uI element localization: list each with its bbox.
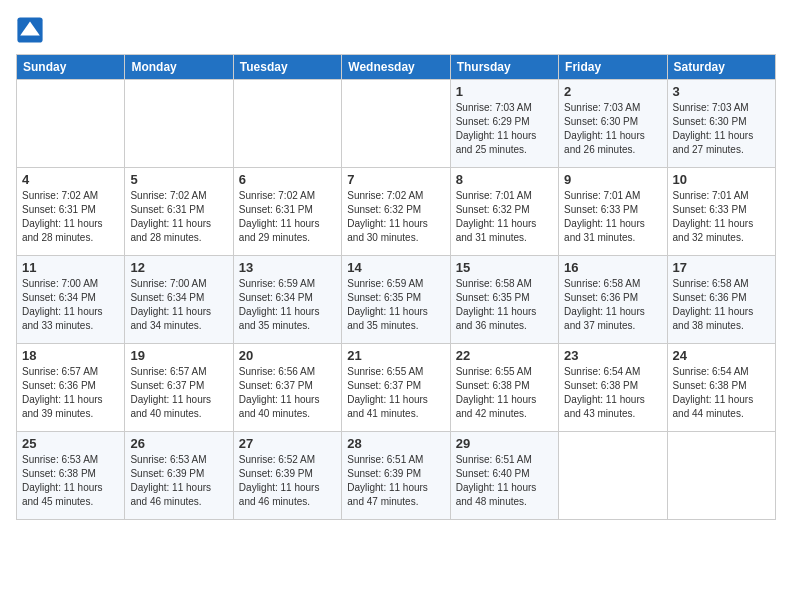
day-number: 1	[456, 84, 553, 99]
cell-info: Sunrise: 7:01 AM Sunset: 6:33 PM Dayligh…	[673, 189, 770, 245]
day-number: 21	[347, 348, 444, 363]
calendar-cell: 21Sunrise: 6:55 AM Sunset: 6:37 PM Dayli…	[342, 344, 450, 432]
calendar-week-1: 4Sunrise: 7:02 AM Sunset: 6:31 PM Daylig…	[17, 168, 776, 256]
calendar-header-row: SundayMondayTuesdayWednesdayThursdayFrid…	[17, 55, 776, 80]
day-number: 28	[347, 436, 444, 451]
calendar-cell: 27Sunrise: 6:52 AM Sunset: 6:39 PM Dayli…	[233, 432, 341, 520]
logo	[16, 16, 48, 44]
cell-info: Sunrise: 7:01 AM Sunset: 6:32 PM Dayligh…	[456, 189, 553, 245]
day-number: 24	[673, 348, 770, 363]
calendar-cell: 26Sunrise: 6:53 AM Sunset: 6:39 PM Dayli…	[125, 432, 233, 520]
cell-info: Sunrise: 7:02 AM Sunset: 6:31 PM Dayligh…	[22, 189, 119, 245]
calendar-cell: 9Sunrise: 7:01 AM Sunset: 6:33 PM Daylig…	[559, 168, 667, 256]
day-number: 6	[239, 172, 336, 187]
day-number: 10	[673, 172, 770, 187]
cell-info: Sunrise: 7:03 AM Sunset: 6:30 PM Dayligh…	[673, 101, 770, 157]
calendar-cell: 23Sunrise: 6:54 AM Sunset: 6:38 PM Dayli…	[559, 344, 667, 432]
calendar-cell: 24Sunrise: 6:54 AM Sunset: 6:38 PM Dayli…	[667, 344, 775, 432]
day-number: 16	[564, 260, 661, 275]
logo-icon	[16, 16, 44, 44]
cell-info: Sunrise: 7:02 AM Sunset: 6:32 PM Dayligh…	[347, 189, 444, 245]
day-header-monday: Monday	[125, 55, 233, 80]
day-number: 3	[673, 84, 770, 99]
cell-info: Sunrise: 7:00 AM Sunset: 6:34 PM Dayligh…	[22, 277, 119, 333]
calendar-cell: 8Sunrise: 7:01 AM Sunset: 6:32 PM Daylig…	[450, 168, 558, 256]
cell-info: Sunrise: 6:55 AM Sunset: 6:38 PM Dayligh…	[456, 365, 553, 421]
calendar-cell: 20Sunrise: 6:56 AM Sunset: 6:37 PM Dayli…	[233, 344, 341, 432]
calendar-cell: 28Sunrise: 6:51 AM Sunset: 6:39 PM Dayli…	[342, 432, 450, 520]
day-number: 13	[239, 260, 336, 275]
day-header-thursday: Thursday	[450, 55, 558, 80]
cell-info: Sunrise: 7:02 AM Sunset: 6:31 PM Dayligh…	[130, 189, 227, 245]
calendar-cell	[125, 80, 233, 168]
cell-info: Sunrise: 6:55 AM Sunset: 6:37 PM Dayligh…	[347, 365, 444, 421]
cell-info: Sunrise: 6:57 AM Sunset: 6:37 PM Dayligh…	[130, 365, 227, 421]
calendar-cell	[17, 80, 125, 168]
calendar-cell: 18Sunrise: 6:57 AM Sunset: 6:36 PM Dayli…	[17, 344, 125, 432]
day-number: 26	[130, 436, 227, 451]
calendar-week-3: 18Sunrise: 6:57 AM Sunset: 6:36 PM Dayli…	[17, 344, 776, 432]
day-header-tuesday: Tuesday	[233, 55, 341, 80]
calendar-cell: 1Sunrise: 7:03 AM Sunset: 6:29 PM Daylig…	[450, 80, 558, 168]
day-number: 8	[456, 172, 553, 187]
calendar-body: 1Sunrise: 7:03 AM Sunset: 6:29 PM Daylig…	[17, 80, 776, 520]
calendar-cell: 11Sunrise: 7:00 AM Sunset: 6:34 PM Dayli…	[17, 256, 125, 344]
day-number: 2	[564, 84, 661, 99]
cell-info: Sunrise: 6:53 AM Sunset: 6:38 PM Dayligh…	[22, 453, 119, 509]
cell-info: Sunrise: 7:03 AM Sunset: 6:30 PM Dayligh…	[564, 101, 661, 157]
cell-info: Sunrise: 6:54 AM Sunset: 6:38 PM Dayligh…	[564, 365, 661, 421]
calendar-cell	[233, 80, 341, 168]
calendar-cell	[559, 432, 667, 520]
calendar-cell: 15Sunrise: 6:58 AM Sunset: 6:35 PM Dayli…	[450, 256, 558, 344]
cell-info: Sunrise: 6:57 AM Sunset: 6:36 PM Dayligh…	[22, 365, 119, 421]
calendar-cell: 3Sunrise: 7:03 AM Sunset: 6:30 PM Daylig…	[667, 80, 775, 168]
calendar-cell: 4Sunrise: 7:02 AM Sunset: 6:31 PM Daylig…	[17, 168, 125, 256]
day-number: 29	[456, 436, 553, 451]
calendar-cell: 2Sunrise: 7:03 AM Sunset: 6:30 PM Daylig…	[559, 80, 667, 168]
page-header	[16, 16, 776, 44]
day-header-wednesday: Wednesday	[342, 55, 450, 80]
cell-info: Sunrise: 7:01 AM Sunset: 6:33 PM Dayligh…	[564, 189, 661, 245]
cell-info: Sunrise: 7:03 AM Sunset: 6:29 PM Dayligh…	[456, 101, 553, 157]
calendar-cell: 17Sunrise: 6:58 AM Sunset: 6:36 PM Dayli…	[667, 256, 775, 344]
cell-info: Sunrise: 6:59 AM Sunset: 6:35 PM Dayligh…	[347, 277, 444, 333]
calendar-week-0: 1Sunrise: 7:03 AM Sunset: 6:29 PM Daylig…	[17, 80, 776, 168]
day-number: 19	[130, 348, 227, 363]
cell-info: Sunrise: 6:56 AM Sunset: 6:37 PM Dayligh…	[239, 365, 336, 421]
cell-info: Sunrise: 6:52 AM Sunset: 6:39 PM Dayligh…	[239, 453, 336, 509]
calendar-cell	[342, 80, 450, 168]
calendar-cell: 10Sunrise: 7:01 AM Sunset: 6:33 PM Dayli…	[667, 168, 775, 256]
cell-info: Sunrise: 6:58 AM Sunset: 6:36 PM Dayligh…	[673, 277, 770, 333]
cell-info: Sunrise: 6:58 AM Sunset: 6:36 PM Dayligh…	[564, 277, 661, 333]
cell-info: Sunrise: 7:00 AM Sunset: 6:34 PM Dayligh…	[130, 277, 227, 333]
cell-info: Sunrise: 7:02 AM Sunset: 6:31 PM Dayligh…	[239, 189, 336, 245]
day-number: 20	[239, 348, 336, 363]
calendar-cell: 13Sunrise: 6:59 AM Sunset: 6:34 PM Dayli…	[233, 256, 341, 344]
day-number: 15	[456, 260, 553, 275]
day-number: 11	[22, 260, 119, 275]
day-number: 12	[130, 260, 227, 275]
day-number: 27	[239, 436, 336, 451]
calendar-cell: 16Sunrise: 6:58 AM Sunset: 6:36 PM Dayli…	[559, 256, 667, 344]
day-number: 25	[22, 436, 119, 451]
cell-info: Sunrise: 6:58 AM Sunset: 6:35 PM Dayligh…	[456, 277, 553, 333]
day-number: 9	[564, 172, 661, 187]
cell-info: Sunrise: 6:53 AM Sunset: 6:39 PM Dayligh…	[130, 453, 227, 509]
day-number: 23	[564, 348, 661, 363]
day-header-saturday: Saturday	[667, 55, 775, 80]
day-header-friday: Friday	[559, 55, 667, 80]
calendar-week-2: 11Sunrise: 7:00 AM Sunset: 6:34 PM Dayli…	[17, 256, 776, 344]
calendar-table: SundayMondayTuesdayWednesdayThursdayFrid…	[16, 54, 776, 520]
calendar-cell: 5Sunrise: 7:02 AM Sunset: 6:31 PM Daylig…	[125, 168, 233, 256]
day-number: 14	[347, 260, 444, 275]
day-number: 17	[673, 260, 770, 275]
day-number: 18	[22, 348, 119, 363]
cell-info: Sunrise: 6:59 AM Sunset: 6:34 PM Dayligh…	[239, 277, 336, 333]
day-number: 5	[130, 172, 227, 187]
day-number: 7	[347, 172, 444, 187]
cell-info: Sunrise: 6:54 AM Sunset: 6:38 PM Dayligh…	[673, 365, 770, 421]
calendar-cell: 29Sunrise: 6:51 AM Sunset: 6:40 PM Dayli…	[450, 432, 558, 520]
calendar-cell: 19Sunrise: 6:57 AM Sunset: 6:37 PM Dayli…	[125, 344, 233, 432]
calendar-cell: 6Sunrise: 7:02 AM Sunset: 6:31 PM Daylig…	[233, 168, 341, 256]
calendar-cell: 12Sunrise: 7:00 AM Sunset: 6:34 PM Dayli…	[125, 256, 233, 344]
